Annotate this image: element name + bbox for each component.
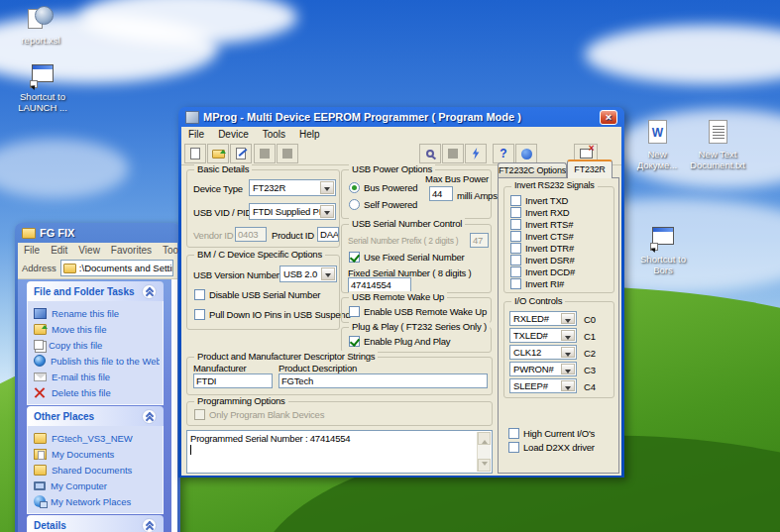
menu-item-favorites[interactable]: Favorites xyxy=(111,245,152,256)
task-link-email[interactable]: E-mail this file xyxy=(31,369,160,384)
desktop-icon-new-word-document[interactable]: W New Докуме... xyxy=(630,119,684,170)
menu-item-device[interactable]: Device xyxy=(218,129,249,140)
task-link-move[interactable]: Move this file xyxy=(31,321,160,337)
dropdown-arrow-icon[interactable] xyxy=(320,181,334,194)
high-current-checkbox[interactable]: High Current I/O's xyxy=(508,428,595,439)
dropdown-arrow-icon[interactable] xyxy=(561,347,575,358)
usb-version-select[interactable]: USB 2.0 xyxy=(279,266,337,282)
io-c3-select[interactable]: PWRON# xyxy=(509,362,577,376)
erase-button[interactable] xyxy=(442,144,464,163)
scroll-up-icon[interactable] xyxy=(478,432,491,445)
invert-dcd-checkbox[interactable]: Invert DCD# xyxy=(510,266,575,277)
save-button[interactable] xyxy=(254,144,276,163)
tab-ft2232c-options[interactable]: FT2232C Options xyxy=(498,162,567,178)
place-link-fgtech[interactable]: FGtech_VS3_NEW xyxy=(31,430,160,446)
task-link-publish[interactable]: Publish this file to the Web xyxy=(31,353,160,369)
panel-header[interactable]: Details xyxy=(27,515,164,532)
device-type-select[interactable]: FT232R xyxy=(249,179,336,196)
menu-item-tools[interactable]: Tools xyxy=(263,129,285,140)
desktop-icon-shortcut-launch[interactable]: Shortcut to LAUNCH ... xyxy=(12,61,73,113)
desktop-icon-shortcut-bors[interactable]: Shortcut to Bors xyxy=(632,224,694,275)
invert-dtr-checkbox[interactable]: Invert DTR# xyxy=(510,243,574,254)
place-link-shared-documents[interactable]: Shared Documents xyxy=(31,462,160,478)
place-link-my-documents[interactable]: My Documents xyxy=(31,446,160,462)
program-button[interactable] xyxy=(465,144,487,163)
menu-item-view[interactable]: View xyxy=(78,245,100,256)
io-c4-select[interactable]: SLEEP# xyxy=(509,378,577,393)
menu-item-file[interactable]: File xyxy=(188,129,204,140)
close-button[interactable]: × xyxy=(600,110,617,125)
place-link-my-network[interactable]: My Network Places xyxy=(31,493,160,509)
collapse-chevron-icon[interactable] xyxy=(142,284,157,299)
io-c2-select[interactable]: CLK12 xyxy=(509,345,577,360)
desktop-icon-report[interactable]: report.xsl xyxy=(10,5,71,46)
pulldown-io-checkbox[interactable]: Pull Down IO Pins in USB Suspend xyxy=(194,309,351,320)
mprog-title-bar[interactable]: MProg - Multi Device EEPROM Programmer (… xyxy=(181,107,621,127)
invert-rts-checkbox[interactable]: Invert RTS# xyxy=(510,219,573,230)
dropdown-arrow-icon[interactable] xyxy=(561,380,575,391)
task-link-copy[interactable]: Copy this file xyxy=(31,337,160,353)
scrollbar[interactable] xyxy=(477,432,491,472)
save-as-button[interactable] xyxy=(277,144,298,163)
dropdown-arrow-icon[interactable] xyxy=(561,330,575,341)
status-output-area[interactable]: Programmed Serial Number : 47414554 xyxy=(186,430,493,474)
desktop-icon-new-text-document[interactable]: New Text Document.txt xyxy=(686,119,749,170)
enable-wakeup-checkbox[interactable]: Enable USB Remote Wake Up xyxy=(349,306,487,317)
menu-item-file[interactable]: File xyxy=(24,245,40,256)
open-file-button[interactable] xyxy=(207,144,229,163)
collapse-chevron-icon[interactable] xyxy=(142,518,157,532)
panel-header[interactable]: Other Places xyxy=(27,406,164,426)
disable-usb-serial-checkbox[interactable]: Disable USB Serial Number xyxy=(194,289,320,300)
panel-title: File and Folder Tasks xyxy=(34,286,135,297)
invert-rxd-checkbox[interactable]: Invert RXD xyxy=(510,207,569,218)
dropdown-arrow-icon[interactable] xyxy=(321,267,335,280)
dropdown-arrow-icon[interactable] xyxy=(561,313,575,324)
max-bus-power-field[interactable]: 44 xyxy=(429,186,453,201)
edit-button[interactable] xyxy=(230,144,252,163)
invert-txd-checkbox[interactable]: Invert TXD xyxy=(510,195,568,206)
explorer-title-bar[interactable]: FG FIX xyxy=(18,223,177,243)
fixed-serial-field[interactable]: 47414554 xyxy=(348,277,411,292)
collapse-chevron-icon[interactable] xyxy=(142,409,157,424)
my-documents-icon xyxy=(34,449,47,460)
new-file-button[interactable] xyxy=(184,144,206,163)
vid-pid-select[interactable]: FTDI Supplied PID xyxy=(249,203,336,220)
invert-dsr-checkbox[interactable]: Invert DSR# xyxy=(510,255,575,266)
product-description-field[interactable]: FGTech xyxy=(279,373,488,388)
invert-rs232-group: Invert RS232 Signals Invert TXD Invert R… xyxy=(503,186,614,293)
bus-powered-radio[interactable]: Bus Powered xyxy=(349,182,417,193)
dropdown-arrow-icon[interactable] xyxy=(561,364,575,374)
scan-devices-button[interactable] xyxy=(419,144,441,163)
dropdown-arrow-icon[interactable] xyxy=(320,205,334,218)
task-link-delete[interactable]: Delete this file xyxy=(31,384,160,400)
enable-pnp-checkbox[interactable]: Enable Plug And Play xyxy=(349,336,450,347)
io-c0-select[interactable]: RXLED# xyxy=(509,311,577,326)
io-c1-select[interactable]: TXLED# xyxy=(509,328,577,343)
product-id-field[interactable]: DAAD xyxy=(317,227,339,242)
serial-prefix-field[interactable]: 47 xyxy=(470,233,489,248)
tab-ft232r[interactable]: FT232R xyxy=(567,160,613,178)
menu-item-help[interactable]: Help xyxy=(299,129,320,140)
place-link-my-computer[interactable]: My Computer xyxy=(31,478,160,493)
use-fixed-serial-checkbox[interactable]: Use Fixed Serial Number xyxy=(349,252,465,263)
only-blank-checkbox[interactable]: Only Program Blank Devices xyxy=(194,409,324,420)
invert-ri-checkbox[interactable]: Invert RI# xyxy=(510,278,564,289)
load-d2xx-checkbox[interactable]: Load D2XX driver xyxy=(508,442,595,453)
magnifier-icon xyxy=(426,150,434,158)
task-link-label: Move this file xyxy=(52,324,106,335)
invert-cts-checkbox[interactable]: Invert CTS# xyxy=(510,231,573,242)
self-powered-radio[interactable]: Self Powered xyxy=(349,199,417,210)
desktop-icon-label: report.xsl xyxy=(10,35,71,46)
mprog-app-icon xyxy=(185,111,199,124)
task-link-rename[interactable]: Rename this file xyxy=(31,305,160,321)
scroll-down-icon[interactable] xyxy=(478,459,491,472)
address-input[interactable]: :\Documents and Settings\Geka xyxy=(60,260,173,276)
checkbox-label: High Current I/O's xyxy=(523,428,595,439)
manufacturer-field[interactable]: FTDI xyxy=(193,373,273,388)
menu-item-edit[interactable]: Edit xyxy=(51,245,67,256)
task-link-label: Delete this file xyxy=(52,387,111,398)
vendor-id-field[interactable]: 0403 xyxy=(235,227,267,242)
network-places-icon xyxy=(34,495,46,507)
panel-header[interactable]: File and Folder Tasks xyxy=(27,281,164,301)
file-list-area[interactable] xyxy=(171,279,177,532)
